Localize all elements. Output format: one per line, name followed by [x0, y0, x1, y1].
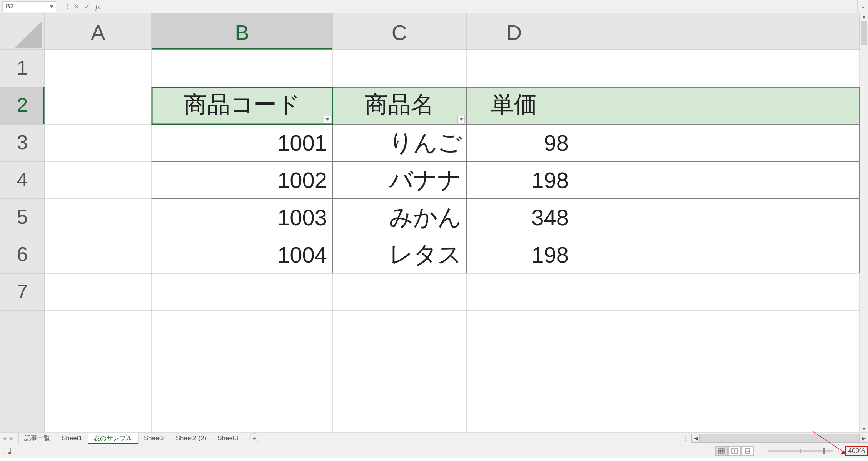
- row-header-6[interactable]: 6: [17, 243, 28, 265]
- zoom-level[interactable]: 400%: [845, 446, 868, 456]
- col-header-C[interactable]: C: [392, 20, 407, 45]
- scroll-up-icon[interactable]: ▲: [860, 13, 868, 20]
- cell-C2[interactable]: 商品名: [365, 92, 434, 117]
- name-box-dropdown-icon[interactable]: ▾: [47, 2, 56, 10]
- cell-D2[interactable]: 単価: [491, 92, 537, 117]
- scroll-right-icon[interactable]: ▶: [860, 434, 868, 443]
- cell-D6[interactable]: 198: [531, 242, 569, 267]
- horizontal-scroll-track[interactable]: [700, 434, 860, 443]
- zoom-out-button[interactable]: −: [758, 447, 766, 455]
- sheet-tab-label: Sheet3: [217, 434, 238, 442]
- select-all-button[interactable]: [0, 13, 45, 50]
- name-box[interactable]: B2 ▾: [2, 1, 56, 12]
- add-sheet-button[interactable]: ＋: [249, 433, 259, 443]
- svg-rect-31: [718, 449, 724, 453]
- separator: [17, 434, 17, 443]
- separator: [60, 2, 60, 11]
- cell-D5[interactable]: 348: [531, 205, 569, 230]
- formula-input[interactable]: [103, 1, 857, 12]
- cell-B2[interactable]: 商品コード: [184, 92, 300, 117]
- sheet-tab[interactable]: 記事一覧: [18, 433, 56, 444]
- row-header-4[interactable]: 4: [17, 168, 28, 191]
- zoom-level-value: 400%: [848, 447, 865, 454]
- scroll-left-icon[interactable]: ◀: [691, 434, 700, 443]
- sheet-tab[interactable]: Sheet2: [138, 433, 170, 444]
- col-header-A[interactable]: A: [91, 20, 105, 45]
- zoom-in-button[interactable]: +: [835, 447, 842, 455]
- row-header-5[interactable]: 5: [17, 206, 28, 228]
- sheet-tab-active[interactable]: 表のサンプル: [88, 433, 139, 444]
- view-page-layout-button[interactable]: [728, 446, 741, 456]
- filter-button-B2[interactable]: [324, 116, 331, 123]
- cell-D4[interactable]: 198: [531, 168, 569, 193]
- confirm-formula-icon[interactable]: ✓: [82, 2, 92, 11]
- name-box-value: B2: [6, 3, 14, 10]
- sheet-tab-label: 記事一覧: [24, 434, 50, 442]
- svg-rect-36: [731, 449, 734, 453]
- vertical-scrollbar[interactable]: ▲ ▼: [860, 13, 868, 432]
- tab-nav-next-icon[interactable]: ▶: [8, 436, 15, 441]
- formula-bar: B2 ▾ ⋮ ✕ ✓ fx ⌄: [0, 0, 868, 13]
- col-header-B[interactable]: B: [235, 20, 249, 45]
- cell-B6[interactable]: 1004: [277, 242, 327, 267]
- col-header-D[interactable]: D: [506, 20, 522, 45]
- sheet-tab[interactable]: Sheet3: [212, 433, 244, 444]
- horizontal-scroll-thumb[interactable]: [700, 434, 859, 442]
- sheet-tab[interactable]: Sheet1: [56, 433, 88, 444]
- cell-C4[interactable]: バナナ: [389, 166, 462, 193]
- record-macro-icon[interactable]: [3, 448, 11, 454]
- horizontal-scrollbar[interactable]: ⋮ ◀ ▶: [682, 433, 868, 444]
- cell-B5[interactable]: 1003: [277, 205, 327, 230]
- zoom-slider-thumb[interactable]: [823, 448, 825, 454]
- row-header-7[interactable]: 7: [17, 280, 28, 303]
- zoom-slider[interactable]: [768, 450, 833, 452]
- sheet-tab[interactable]: Sheet2 (2): [170, 433, 212, 444]
- svg-rect-1: [0, 13, 860, 50]
- fx-icon[interactable]: fx: [92, 2, 103, 11]
- row-header-3[interactable]: 3: [17, 131, 28, 153]
- sheet-tab-bar: ◀ ▶ 記事一覧 Sheet1 表のサンプル Sheet2 Sheet2 (2)…: [0, 432, 868, 444]
- svg-rect-37: [735, 449, 738, 453]
- cell-C3[interactable]: りんご: [389, 129, 462, 156]
- status-bar: − + 400%: [0, 444, 868, 458]
- cell-D3[interactable]: 98: [544, 130, 569, 155]
- dots-icon: ⋮: [682, 435, 688, 442]
- row-header-2[interactable]: 2: [17, 94, 28, 116]
- row-header-1[interactable]: 1: [17, 57, 28, 79]
- filter-button-C2[interactable]: [458, 116, 465, 123]
- formula-expand-icon[interactable]: ⌄: [857, 0, 868, 13]
- sheet-tab-label: Sheet1: [62, 434, 82, 442]
- tab-nav-prev-icon[interactable]: ◀: [0, 436, 8, 441]
- svg-rect-38: [745, 449, 750, 453]
- cell-C5[interactable]: みかん: [389, 204, 462, 230]
- worksheet-grid[interactable]: A B C D 1 2 3 4 5 6 7 商品コード 商品名 単価 1001 …: [0, 13, 868, 432]
- sheet-tab-label: Sheet2: [144, 434, 165, 442]
- cancel-formula-icon[interactable]: ✕: [71, 2, 82, 11]
- cell-B3[interactable]: 1001: [277, 130, 327, 155]
- cell-C6[interactable]: レタス: [389, 241, 462, 268]
- sheet-tab-label: Sheet2 (2): [176, 434, 206, 442]
- grid-svg: A B C D 1 2 3 4 5 6 7 商品コード 商品名 単価 1001 …: [0, 13, 868, 432]
- sheet-tab-label: 表のサンプル: [93, 434, 133, 442]
- vertical-scrollbar-thumb[interactable]: [861, 21, 867, 45]
- zoom-control: − +: [758, 447, 842, 455]
- view-page-break-button[interactable]: [741, 446, 754, 456]
- dots-icon: ⋮: [64, 3, 71, 10]
- scroll-down-icon[interactable]: ▼: [860, 425, 868, 432]
- cell-B4[interactable]: 1002: [277, 168, 327, 193]
- view-normal-button[interactable]: [715, 446, 728, 456]
